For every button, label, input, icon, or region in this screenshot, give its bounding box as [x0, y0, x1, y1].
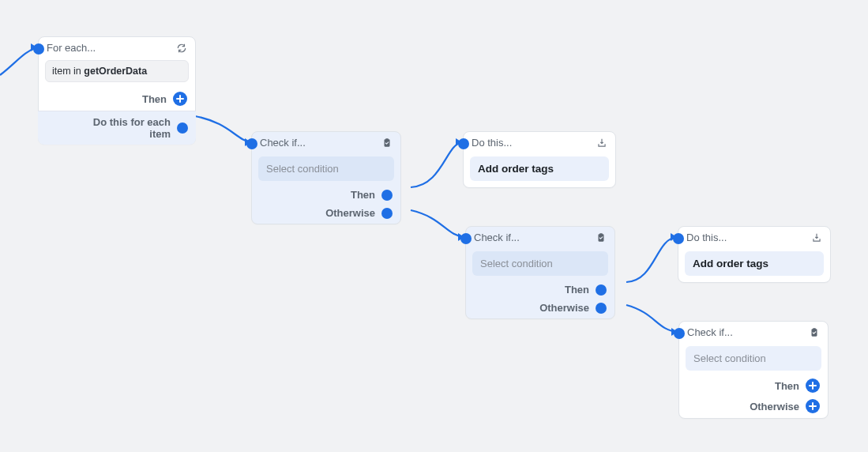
- check-if-node-2[interactable]: Check if... Select condition Then Otherw…: [465, 226, 615, 319]
- then-label: Then: [565, 284, 589, 296]
- do-this-node-1[interactable]: Do this... Add order tags: [463, 131, 616, 188]
- flow-canvas[interactable]: For each... item in getOrderData Then Do…: [0, 0, 868, 452]
- refresh-icon: [176, 43, 187, 54]
- otherwise-label: Otherwise: [539, 302, 589, 314]
- for-each-node[interactable]: For each... item in getOrderData Then Do…: [38, 36, 196, 145]
- node-input-port[interactable]: [246, 138, 257, 149]
- for-each-loop-row: Do this for each item: [38, 111, 196, 145]
- check-otherwise-row: Otherwise: [252, 205, 400, 224]
- for-each-title: For each...: [47, 42, 170, 54]
- for-each-item-prefix: item in: [52, 66, 84, 77]
- check-if-node-1[interactable]: Check if... Select condition Then Otherw…: [251, 131, 401, 224]
- node-input-port[interactable]: [458, 138, 469, 149]
- otherwise-label: Otherwise: [750, 401, 799, 412]
- do-this-title: Do this...: [686, 232, 805, 243]
- check-if-title: Check if...: [687, 326, 802, 338]
- then-label: Then: [351, 189, 375, 201]
- condition-placeholder: Select condition: [266, 163, 339, 175]
- for-each-then-row: Then: [39, 87, 195, 111]
- for-each-item-source: getOrderData: [84, 66, 147, 77]
- condition-placeholder: Select condition: [693, 352, 766, 364]
- check-if-node-3[interactable]: Check if... Select condition Then Otherw…: [678, 321, 829, 419]
- for-each-item-chip[interactable]: item in getOrderData: [45, 60, 189, 82]
- do-this-title: Do this...: [472, 137, 590, 149]
- loop-label: Do this for each item: [77, 116, 171, 140]
- loop-output-port[interactable]: [177, 122, 188, 134]
- otherwise-output-port[interactable]: [596, 303, 607, 314]
- action-chip[interactable]: Add order tags: [470, 156, 609, 181]
- condition-placeholder: Select condition: [480, 258, 553, 269]
- check-if-title: Check if...: [474, 232, 589, 243]
- import-icon: [596, 137, 607, 149]
- then-label: Then: [142, 93, 167, 105]
- node-input-port[interactable]: [674, 328, 685, 339]
- check-then-row: Then: [252, 184, 400, 205]
- check-otherwise-row: Otherwise: [679, 397, 828, 418]
- do-this-node-2[interactable]: Do this... Add order tags: [678, 226, 831, 283]
- action-chip[interactable]: Add order tags: [685, 251, 824, 276]
- clipboard-icon: [381, 137, 393, 149]
- node-input-port[interactable]: [460, 233, 472, 244]
- condition-input[interactable]: Select condition: [686, 346, 821, 371]
- check-then-row: Then: [679, 374, 828, 397]
- then-label: Then: [775, 380, 799, 392]
- check-otherwise-row: Otherwise: [466, 300, 614, 318]
- clipboard-icon: [596, 232, 607, 243]
- condition-input[interactable]: Select condition: [258, 156, 394, 181]
- then-output-port[interactable]: [381, 190, 393, 201]
- action-label: Add order tags: [478, 163, 554, 175]
- action-label: Add order tags: [693, 258, 768, 269]
- add-then-button[interactable]: [173, 92, 187, 106]
- svg-rect-7: [385, 138, 389, 140]
- svg-rect-9: [599, 233, 603, 235]
- add-then-button[interactable]: [806, 379, 820, 393]
- check-then-row: Then: [466, 279, 614, 300]
- otherwise-output-port[interactable]: [381, 208, 393, 219]
- check-if-title: Check if...: [260, 137, 375, 149]
- otherwise-label: Otherwise: [325, 207, 375, 219]
- node-input-port[interactable]: [673, 233, 684, 244]
- svg-rect-11: [813, 328, 816, 330]
- then-output-port[interactable]: [596, 284, 607, 296]
- import-icon: [811, 232, 822, 243]
- condition-input[interactable]: Select condition: [472, 251, 608, 276]
- add-otherwise-button[interactable]: [806, 399, 820, 413]
- clipboard-icon: [809, 327, 820, 338]
- node-input-port[interactable]: [33, 43, 44, 55]
